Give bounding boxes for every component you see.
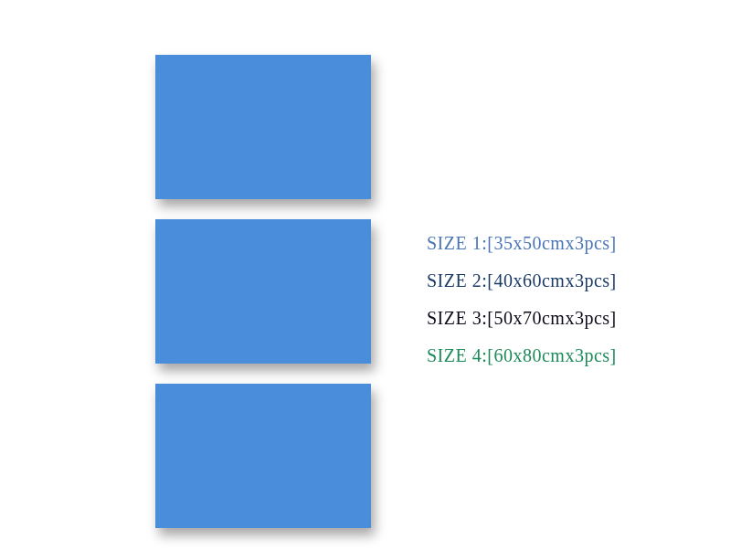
size-value: [40x60cmx3pcs] (487, 270, 616, 291)
size-value: [60x80cmx3pcs] (487, 345, 616, 365)
size-option-4: SIZE 4:[60x80cmx3pcs] (427, 345, 617, 366)
preview-panel (155, 55, 371, 199)
size-label: SIZE 3: (427, 308, 487, 328)
preview-panel (155, 384, 371, 528)
size-label: SIZE 1: (427, 233, 487, 253)
size-label: SIZE 4: (427, 345, 487, 365)
size-option-3: SIZE 3:[50x70cmx3pcs] (427, 308, 617, 329)
size-option-2: SIZE 2:[40x60cmx3pcs] (427, 270, 617, 291)
panels-container (155, 55, 371, 528)
sizes-list: SIZE 1:[35x50cmx3pcs] SIZE 2:[40x60cmx3p… (427, 233, 617, 366)
size-option-1: SIZE 1:[35x50cmx3pcs] (427, 233, 617, 254)
size-label: SIZE 2: (427, 270, 487, 291)
size-value: [50x70cmx3pcs] (487, 308, 616, 328)
preview-panel (155, 219, 371, 364)
size-value: [35x50cmx3pcs] (487, 233, 616, 253)
